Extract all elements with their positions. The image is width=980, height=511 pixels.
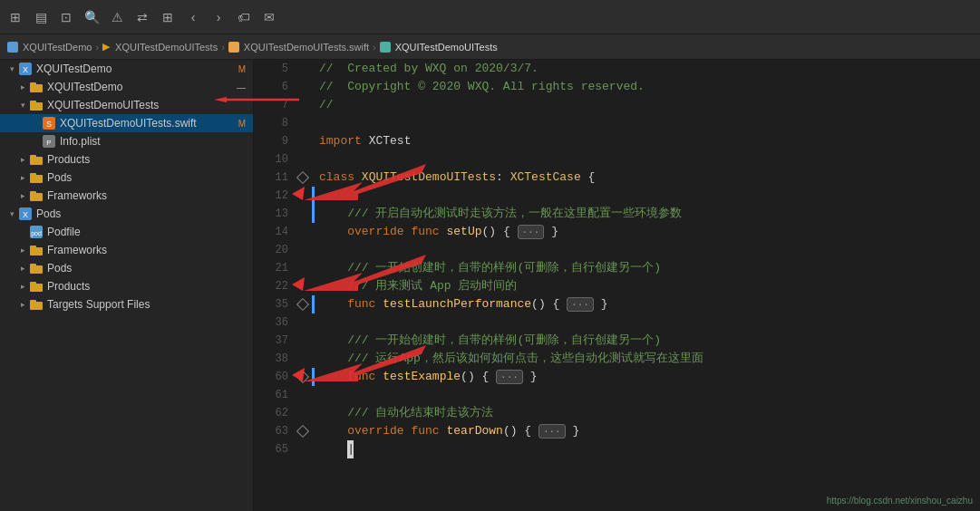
sidebar-item-label: XQUITestDemo [47,81,233,93]
file-icon [29,297,44,312]
code-line: override func setUp() { ··· } [319,223,980,241]
code-area[interactable]: // Created by WXQ on 2020/3/7.// Copyrig… [312,60,980,511]
line-number: 12 [254,187,288,205]
chevron-icon: ▸ [16,189,29,202]
sidebar-item[interactable]: SXQUITestDemoUITests.swiftM [0,114,253,132]
chevron-icon: ▸ [16,280,29,293]
sidebar-item-label: Pods [47,171,253,184]
breadcrumb-label-xcuitestdemo: XQUITestDemo [23,42,92,53]
breadcrumb-xcuitestdemo[interactable]: XQUITestDemo [7,42,92,53]
chevron-icon [29,135,42,148]
file-icon [29,98,44,112]
sidebar-item[interactable]: ▸Pods [0,169,253,187]
sidebar-item[interactable]: ▸XQUITestDemo— [0,78,253,96]
sidebar-badge: M [238,64,253,74]
svg-rect-13 [30,173,36,176]
line-number: 9 [254,132,288,150]
code-text: func testExample() { ··· } [319,368,538,386]
svg-rect-21 [30,246,36,248]
sidebar-item[interactable]: podPodfile [0,223,253,241]
folder-icon-1: ▶ [102,41,110,53]
sidebar-item[interactable]: ▸Frameworks [0,241,253,259]
file-icon [29,279,44,294]
sidebar-item[interactable]: ▾XXQUITestDemoM [0,60,253,78]
line-number: 21 [254,259,288,277]
code-line [319,313,980,332]
gutter-marker [294,78,312,96]
sidebar-item[interactable]: ▸Products [0,277,253,295]
group-icon[interactable]: ⊡ [58,9,74,25]
editor-content[interactable]: 567891011121314202122353637386061626365 … [254,60,980,511]
svg-rect-22 [30,265,43,274]
sidebar-item-label: Frameworks [47,244,253,256]
code-line: class XQUITestDemoUITests: XCTestCase { [319,169,980,187]
gutter-marker [294,404,312,422]
sidebar-item[interactable]: ▸Pods [0,259,253,277]
sidebar-item[interactable]: ▸Frameworks [0,187,253,205]
toolbar: ⊞ ▤ ⊡ 🔍 ⚠ ⇄ ⊞ ‹ › 🏷 ✉ [0,0,980,34]
svg-text:X: X [23,65,28,74]
line-number: 22 [254,277,288,295]
line-number: 60 [254,368,288,386]
chevron-icon [29,117,42,130]
breadcrumb-uitests-folder[interactable]: ▶ XQUITestDemoUITests [102,41,218,53]
sidebar-item-label: XQUITestDemoUITests.swift [60,117,235,130]
svg-text:pod: pod [31,230,42,237]
code-text: | [319,440,354,458]
code-text: // Copyright © 2020 WXQ. All rights rese… [319,78,645,96]
code-text: /// 运行App，然后该如何如何点击，这些自动化测试就写在这里面 [319,350,703,368]
code-text: func testLaunchPerformance() { ··· } [319,295,608,313]
line-number: 65 [254,440,288,458]
sidebar-item[interactable]: ▸Products [0,150,253,169]
sidebar-item[interactable]: ▾XQUITestDemoUITests [0,96,253,114]
gutter-marker [294,277,312,295]
svg-rect-20 [30,247,43,256]
merge-icon[interactable]: ⇄ [134,9,150,25]
chevron-icon: ▾ [16,99,29,111]
code-text: /// 一开始创建时，自带的样例(可删除，自行创建另一个) [319,332,661,350]
gutter [294,60,312,511]
nav-forward-icon[interactable]: › [210,9,227,25]
svg-rect-12 [30,175,43,183]
message-icon[interactable]: ✉ [261,9,277,25]
gutter-marker [294,350,312,368]
line-number: 63 [254,422,288,440]
blue-marker [312,187,315,205]
layout-icon[interactable]: ▤ [33,9,49,25]
grid-icon[interactable]: ⊞ [160,9,176,25]
file-icon: pod [29,225,44,239]
sidebar-item-label: Pods [47,262,253,275]
editor[interactable]: 567891011121314202122353637386061626365 … [254,60,980,511]
breadcrumb-swift-file[interactable]: XQUITestDemoUITests.swift [228,42,369,53]
sidebar-item[interactable]: PInfo.plist [0,132,253,150]
file-icon: S [42,116,56,130]
sidebar-item[interactable]: ▸Targets Support Files [0,295,253,313]
gutter-marker [294,187,312,205]
swift-file-icon [228,42,239,53]
sidebar-item[interactable]: ▾XPods [0,205,253,223]
svg-rect-14 [30,193,43,201]
warning-icon[interactable]: ⚠ [109,9,125,25]
line-number: 14 [254,223,288,241]
code-text: /// 开启自动化测试时走该方法，一般在这里配置一些环境参数 [319,205,682,223]
tag-icon[interactable]: 🏷 [236,9,252,25]
gutter-marker [294,150,312,169]
svg-rect-2 [30,84,43,92]
chevron-icon: ▸ [16,153,29,166]
code-line: // Copyright © 2020 WXQ. All rights rese… [319,78,980,96]
chevron-icon: ▸ [16,298,29,311]
breadcrumb-class[interactable]: XQUITestDemoUITests [380,42,498,53]
chevron-icon: ▸ [16,262,29,275]
svg-rect-26 [30,302,43,310]
search-icon[interactable]: 🔍 [83,9,100,25]
square-icon[interactable]: ⊞ [7,9,24,25]
line-number: 37 [254,332,288,350]
code-line: /// 一开始创建时，自带的样例(可删除，自行创建另一个) [319,332,980,350]
nav-back-icon[interactable]: ‹ [185,9,201,25]
chevron-icon: ▸ [16,171,29,184]
line-numbers: 567891011121314202122353637386061626365 [254,60,294,511]
code-text: /// 用来测试 App 启动时间的 [319,277,517,295]
code-line: override func tearDown() { ··· } [319,422,980,440]
main-area: ▾XXQUITestDemoM▸XQUITestDemo—▾XQUITestDe… [0,60,980,511]
gutter-marker [294,169,312,187]
